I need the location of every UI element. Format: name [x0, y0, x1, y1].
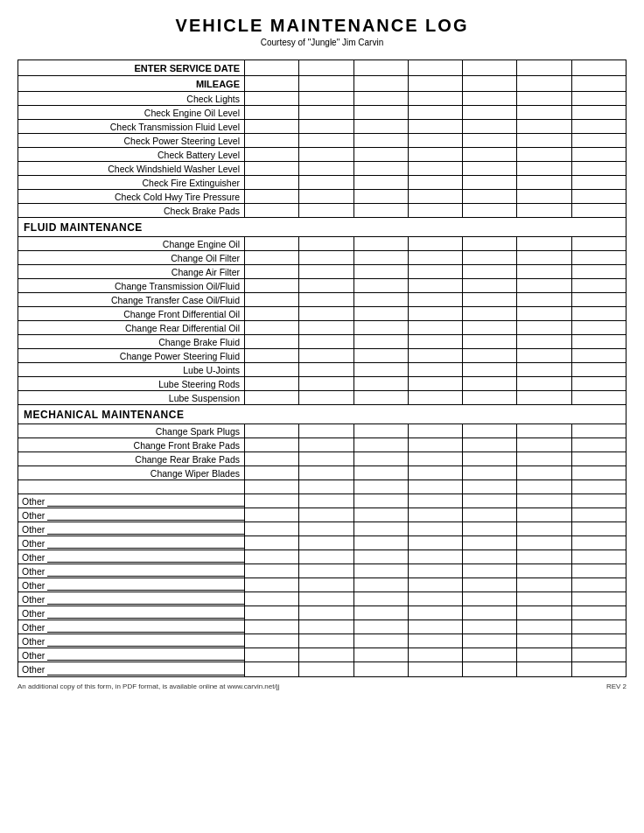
- lube-ujoints-row: Lube U-Joints: [18, 363, 626, 377]
- check-transmission-label: Check Transmission Fluid Level: [18, 120, 244, 133]
- spacer-row: [18, 480, 626, 494]
- check-windshield-label: Check Windshield Washer Level: [18, 162, 244, 175]
- mechanical-maintenance-section: MECHANICAL MAINTENANCE: [18, 405, 626, 424]
- change-power-steering-fluid-label: Change Power Steering Fluid: [18, 349, 244, 362]
- other-label-12: Other: [22, 650, 45, 661]
- check-windshield-row: Check Windshield Washer Level: [18, 162, 626, 176]
- other-row-10: Other: [18, 620, 626, 634]
- other-label-4: Other: [22, 538, 45, 549]
- mileage-col-6[interactable]: [517, 76, 571, 91]
- mileage-col-7[interactable]: [572, 76, 626, 91]
- other-label-11: Other: [22, 636, 45, 647]
- fluid-maintenance-header: FLUID MAINTENANCE: [18, 218, 626, 236]
- footer-right: REV 2: [606, 682, 626, 690]
- service-date-col-2[interactable]: [299, 60, 354, 75]
- other-label-6: Other: [22, 566, 45, 577]
- page-subtitle: Courtesy of "Jungle" Jim Carvin: [18, 38, 626, 47]
- change-brake-fluid-row: Change Brake Fluid: [18, 335, 626, 349]
- lube-suspension-label: Lube Suspension: [18, 391, 244, 404]
- service-date-cells: [244, 60, 626, 75]
- page-title: VEHICLE MAINTENANCE LOG: [18, 16, 626, 36]
- log-container: ENTER SERVICE DATE MILEAGE: [18, 60, 626, 677]
- other-label-3: Other: [22, 524, 45, 535]
- change-spark-plugs-row: Change Spark Plugs: [18, 424, 626, 438]
- change-front-diff-label: Change Front Differential Oil: [18, 307, 244, 320]
- change-engine-oil-label: Change Engine Oil: [18, 237, 244, 250]
- other-label-2: Other: [22, 510, 45, 521]
- change-front-diff-row: Change Front Differential Oil: [18, 307, 626, 321]
- check-tire-label: Check Cold Hwy Tire Pressure: [18, 190, 244, 203]
- other-label-9: Other: [22, 608, 45, 619]
- mileage-row: MILEAGE: [18, 76, 626, 92]
- service-date-col-1[interactable]: [245, 60, 299, 75]
- mileage-cells: [244, 76, 626, 91]
- other-row-7: Other: [18, 578, 626, 592]
- service-date-col-5[interactable]: [463, 60, 517, 75]
- other-row-6: Other: [18, 564, 626, 578]
- check-fire-ext-label: Check Fire Extinguisher: [18, 176, 244, 189]
- other-row-8: Other: [18, 592, 626, 606]
- lube-suspension-row: Lube Suspension: [18, 391, 626, 405]
- other-row-4: Other: [18, 536, 626, 550]
- check-power-steering-label: Check Power Steering Level: [18, 134, 244, 147]
- check-lights-label: Check Lights: [18, 92, 244, 105]
- change-transfer-case-label: Change Transfer Case Oil/Fluid: [18, 293, 244, 306]
- other-row-9: Other: [18, 606, 626, 620]
- check-battery-label: Check Battery Level: [18, 148, 244, 161]
- other-label-5: Other: [22, 552, 45, 563]
- mileage-col-4[interactable]: [409, 76, 463, 91]
- change-rear-brakes-row: Change Rear Brake Pads: [18, 452, 626, 466]
- mechanical-maintenance-header: MECHANICAL MAINTENANCE: [18, 405, 626, 424]
- change-trans-oil-row: Change Transmission Oil/Fluid: [18, 279, 626, 293]
- mileage-col-1[interactable]: [245, 76, 299, 91]
- lube-ujoints-label: Lube U-Joints: [18, 363, 244, 376]
- change-rear-brakes-label: Change Rear Brake Pads: [18, 452, 244, 466]
- footer-left: An additional copy of this form, in PDF …: [18, 682, 279, 690]
- change-power-steering-fluid-row: Change Power Steering Fluid: [18, 349, 626, 363]
- service-date-col-4[interactable]: [409, 60, 463, 75]
- check-brake-pads-row: Check Brake Pads: [18, 204, 626, 218]
- check-brake-pads-label: Check Brake Pads: [18, 204, 244, 217]
- change-spark-plugs-label: Change Spark Plugs: [18, 424, 244, 438]
- check-engine-oil-row: Check Engine Oil Level: [18, 106, 626, 120]
- change-transfer-case-row: Change Transfer Case Oil/Fluid: [18, 293, 626, 307]
- change-air-filter-row: Change Air Filter: [18, 265, 626, 279]
- service-date-col-6[interactable]: [517, 60, 571, 75]
- check-fire-ext-row: Check Fire Extinguisher: [18, 176, 626, 190]
- check-engine-oil-label: Check Engine Oil Level: [18, 106, 244, 119]
- other-label-8: Other: [22, 594, 45, 605]
- other-label-7: Other: [22, 580, 45, 591]
- change-brake-fluid-label: Change Brake Fluid: [18, 335, 244, 348]
- check-transmission-row: Check Transmission Fluid Level: [18, 120, 626, 134]
- change-trans-oil-label: Change Transmission Oil/Fluid: [18, 279, 244, 292]
- service-date-col-3[interactable]: [354, 60, 409, 75]
- change-engine-oil-row: Change Engine Oil: [18, 237, 626, 251]
- service-date-row: ENTER SERVICE DATE: [18, 60, 626, 76]
- other-line-1[interactable]: [47, 495, 244, 507]
- other-row-5: Other: [18, 550, 626, 564]
- change-front-brakes-row: Change Front Brake Pads: [18, 438, 626, 452]
- service-date-label: ENTER SERVICE DATE: [18, 60, 244, 75]
- mileage-col-2[interactable]: [299, 76, 354, 91]
- check-tire-row: Check Cold Hwy Tire Pressure: [18, 190, 626, 204]
- mileage-label: MILEAGE: [18, 76, 244, 91]
- check-battery-row: Check Battery Level: [18, 148, 626, 162]
- change-rear-diff-label: Change Rear Differential Oil: [18, 321, 244, 334]
- other-row-12: Other: [18, 648, 626, 662]
- other-row-2: Other: [18, 508, 626, 522]
- other-row-11: Other: [18, 634, 626, 648]
- change-oil-filter-label: Change Oil Filter: [18, 251, 244, 264]
- change-oil-filter-row: Change Oil Filter: [18, 251, 626, 265]
- footer: An additional copy of this form, in PDF …: [18, 682, 626, 690]
- log-grid: ENTER SERVICE DATE MILEAGE: [18, 60, 626, 676]
- other-label-1: Other: [22, 496, 45, 507]
- mileage-col-3[interactable]: [354, 76, 409, 91]
- lube-steering-rods-label: Lube Steering Rods: [18, 377, 244, 390]
- service-date-col-7[interactable]: [572, 60, 626, 75]
- lube-steering-rods-row: Lube Steering Rods: [18, 377, 626, 391]
- other-label-13: Other: [22, 664, 45, 675]
- change-rear-diff-row: Change Rear Differential Oil: [18, 321, 626, 335]
- check-lights-data: [244, 92, 626, 105]
- other-row-1: Other: [18, 494, 626, 508]
- mileage-col-5[interactable]: [463, 76, 517, 91]
